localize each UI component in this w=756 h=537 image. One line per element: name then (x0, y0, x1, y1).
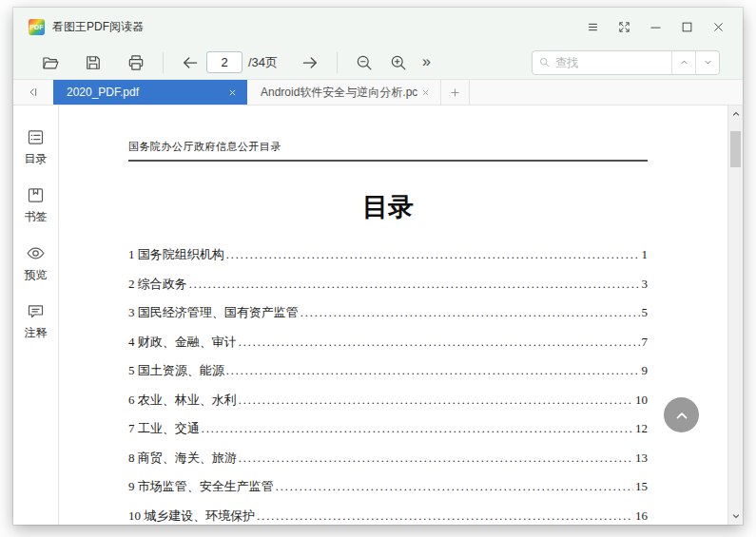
title-bar: PDF 看图王PDF阅读器 (13, 8, 743, 46)
eye-icon (26, 243, 46, 263)
print-icon[interactable] (126, 52, 146, 73)
toc-entry-label: 1 国务院组织机构 (128, 246, 224, 263)
toc-entry-dots (239, 336, 640, 350)
more-tools-button[interactable]: » (422, 54, 431, 71)
tab-android-pdf[interactable]: Android软件安全与逆向分析.pc (247, 80, 441, 105)
previous-page-icon[interactable] (180, 52, 201, 73)
toc-entry-page: 13 (635, 451, 648, 466)
fullscreen-icon[interactable] (614, 17, 633, 36)
toc-entry-page: 10 (635, 393, 648, 408)
window-controls (583, 17, 727, 36)
close-button[interactable] (708, 17, 727, 36)
sidebar-item-label: 目录 (25, 151, 48, 167)
toc-entry: 8 商贸、海关、旅游 13 (128, 450, 648, 479)
zoom-out-icon[interactable] (354, 52, 375, 73)
toc-entry: 10 城乡建设、环境保护 16 (128, 508, 648, 526)
search-box (532, 50, 720, 75)
page-total-label: /34页 (248, 54, 278, 71)
zoom-in-icon[interactable] (388, 52, 409, 73)
toc-entry-page: 16 (635, 508, 648, 524)
scrollbar-thumb[interactable] (730, 131, 741, 167)
toc-entry-page: 12 (635, 421, 648, 436)
toolbar-divider (163, 52, 164, 73)
pdf-page: 国务院办公厅政府信息公开目录 目录 1 国务院组织机构 1 2 综合政务 3 3… (59, 105, 727, 525)
toolbar-divider (337, 52, 338, 73)
save-icon[interactable] (83, 52, 104, 73)
search-previous-icon[interactable] (671, 51, 695, 74)
sidebar-item-annotations[interactable]: 注释 (25, 301, 48, 341)
menu-icon[interactable] (583, 17, 602, 36)
toc-entry-page: 15 (635, 479, 648, 494)
page-number-input[interactable] (206, 51, 242, 73)
tab-label: Android软件安全与逆向分析.pc (261, 85, 417, 101)
search-input[interactable] (555, 56, 671, 69)
toc-entry-label: 4 财政、金融、审计 (128, 334, 237, 351)
toc-list: 1 国务院组织机构 1 2 综合政务 3 3 国民经济管理、国有资产监管 5 4… (128, 246, 648, 525)
comment-icon (26, 301, 46, 321)
toc-entry-page: 5 (642, 305, 649, 320)
document-running-header: 国务院办公厅政府信息公开目录 (128, 140, 648, 154)
tab-close-icon[interactable] (224, 85, 240, 100)
toc-entry-label: 10 城乡建设、环境保护 (128, 508, 255, 525)
toc-entry-dots (257, 509, 633, 524)
toc-entry: 2 综合政务 3 (128, 276, 648, 305)
new-tab-icon[interactable] (441, 80, 470, 105)
scroll-down-icon[interactable] (728, 508, 743, 524)
tab-2020-pdf[interactable]: 2020_PDF.pdf (53, 80, 247, 105)
collapse-tabs-icon[interactable] (13, 80, 53, 105)
sidebar-item-toc[interactable]: 目录 (25, 127, 48, 167)
toc-entry: 6 农业、林业、水利 10 (128, 392, 648, 421)
search-next-icon[interactable] (695, 51, 719, 74)
toc-entry-label: 7 工业、交通 (128, 420, 200, 437)
toc-entry-label: 2 综合政务 (128, 276, 187, 293)
sidebar-item-label: 书签 (25, 209, 48, 225)
toc-entry-dots (226, 248, 640, 262)
toc-entry-label: 5 国土资源、能源 (128, 362, 224, 379)
toc-entry-dots (226, 364, 640, 378)
sidebar: 目录 书签 预览 注释 (13, 105, 59, 525)
toc-entry-dots (300, 306, 640, 320)
document-viewport: 国务院办公厅政府信息公开目录 目录 1 国务院组织机构 1 2 综合政务 3 3… (59, 105, 727, 525)
window-title: 看图王PDF阅读器 (52, 19, 144, 35)
toc-entry-label: 6 农业、林业、水利 (128, 392, 237, 409)
next-page-icon[interactable] (300, 52, 320, 73)
toc-entry-page: 7 (642, 335, 649, 350)
toc-entry: 7 工业、交通 12 (128, 420, 648, 450)
toc-entry-dots (239, 451, 633, 466)
toc-entry-page: 9 (642, 363, 649, 378)
toc-entry-dots (239, 393, 633, 408)
toc-entry-dots (189, 278, 640, 292)
minimize-button[interactable] (646, 17, 665, 36)
toc-entry-label: 8 商贸、海关、旅游 (128, 450, 237, 467)
vertical-scrollbar[interactable] (727, 105, 743, 525)
toc-entry-label: 3 国民经济管理、国有资产监管 (128, 304, 299, 321)
tab-bar: 2020_PDF.pdf Android软件安全与逆向分析.pc (13, 80, 743, 105)
toolbar: /34页 » (13, 46, 743, 80)
back-to-top-button[interactable] (664, 397, 699, 432)
toc-entry-dots (276, 480, 633, 494)
toc-entry: 1 国务院组织机构 1 (128, 246, 648, 276)
bookmark-icon (26, 185, 46, 205)
tab-close-icon[interactable] (417, 85, 433, 100)
toc-entry-label: 9 市场监管、安全生产监管 (128, 478, 274, 495)
toc-entry-dots (202, 422, 633, 436)
header-rule (128, 160, 648, 162)
open-file-icon[interactable] (40, 52, 61, 73)
toc-entry: 5 国土资源、能源 9 (128, 362, 648, 392)
sidebar-item-label: 预览 (25, 267, 48, 283)
toc-entry: 9 市场监管、安全生产监管 15 (128, 478, 648, 508)
sidebar-item-label: 注释 (25, 325, 48, 341)
sidebar-item-bookmarks[interactable]: 书签 (25, 185, 48, 225)
chevron-up-icon (673, 407, 690, 424)
maximize-button[interactable] (677, 17, 696, 36)
tab-label: 2020_PDF.pdf (67, 86, 224, 99)
toc-entry: 4 财政、金融、审计 7 (128, 334, 648, 363)
sidebar-item-preview[interactable]: 预览 (25, 243, 48, 283)
main-body: 目录 书签 预览 注释 国务院办公厅政府信息公开目录 目录 1 国务院组织机构 (13, 105, 743, 525)
app-logo-icon: PDF (29, 19, 45, 35)
toc-entry: 3 国民经济管理、国有资产监管 5 (128, 304, 648, 334)
search-icon (533, 56, 555, 68)
app-window: PDF 看图王PDF阅读器 (13, 8, 743, 525)
scroll-up-icon[interactable] (728, 106, 743, 122)
toc-icon (26, 127, 46, 147)
